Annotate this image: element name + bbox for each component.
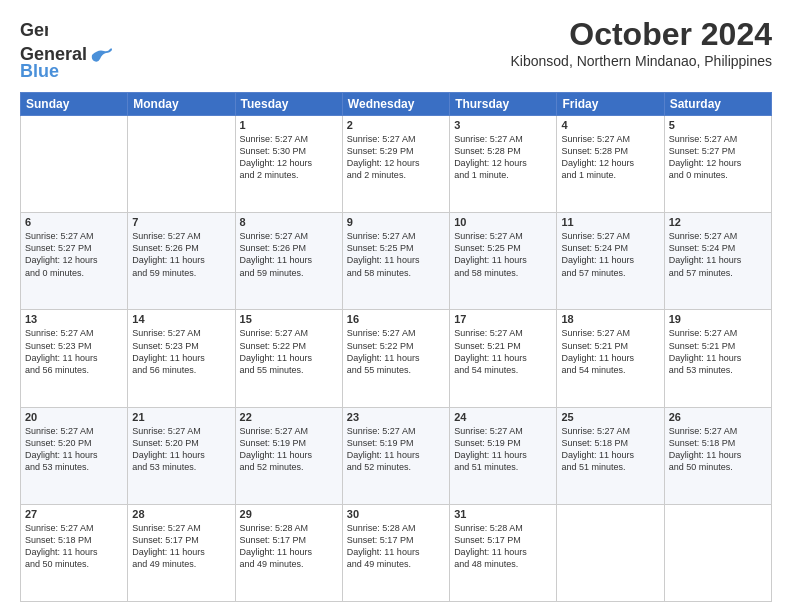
day-cell: 5Sunrise: 5:27 AM Sunset: 5:27 PM Daylig… <box>664 116 771 213</box>
day-info: Sunrise: 5:27 AM Sunset: 5:19 PM Dayligh… <box>240 425 338 474</box>
day-info: Sunrise: 5:27 AM Sunset: 5:21 PM Dayligh… <box>454 327 552 376</box>
day-cell: 11Sunrise: 5:27 AM Sunset: 5:24 PM Dayli… <box>557 213 664 310</box>
day-number: 27 <box>25 508 123 520</box>
day-cell: 4Sunrise: 5:27 AM Sunset: 5:28 PM Daylig… <box>557 116 664 213</box>
day-number: 7 <box>132 216 230 228</box>
day-cell: 2Sunrise: 5:27 AM Sunset: 5:29 PM Daylig… <box>342 116 449 213</box>
day-cell: 3Sunrise: 5:27 AM Sunset: 5:28 PM Daylig… <box>450 116 557 213</box>
day-cell <box>21 116 128 213</box>
day-number: 5 <box>669 119 767 131</box>
day-cell: 20Sunrise: 5:27 AM Sunset: 5:20 PM Dayli… <box>21 407 128 504</box>
day-number: 3 <box>454 119 552 131</box>
week-row-2: 6Sunrise: 5:27 AM Sunset: 5:27 PM Daylig… <box>21 213 772 310</box>
location: Kibonsod, Northern Mindanao, Philippines <box>511 53 773 69</box>
day-info: Sunrise: 5:27 AM Sunset: 5:24 PM Dayligh… <box>561 230 659 279</box>
day-cell: 12Sunrise: 5:27 AM Sunset: 5:24 PM Dayli… <box>664 213 771 310</box>
day-number: 22 <box>240 411 338 423</box>
day-cell: 15Sunrise: 5:27 AM Sunset: 5:22 PM Dayli… <box>235 310 342 407</box>
day-number: 1 <box>240 119 338 131</box>
bird-icon <box>90 47 112 63</box>
day-cell <box>557 504 664 601</box>
day-info: Sunrise: 5:27 AM Sunset: 5:25 PM Dayligh… <box>347 230 445 279</box>
day-number: 21 <box>132 411 230 423</box>
day-number: 30 <box>347 508 445 520</box>
day-cell: 30Sunrise: 5:28 AM Sunset: 5:17 PM Dayli… <box>342 504 449 601</box>
calendar-table: SundayMondayTuesdayWednesdayThursdayFrid… <box>20 92 772 602</box>
day-info: Sunrise: 5:28 AM Sunset: 5:17 PM Dayligh… <box>454 522 552 571</box>
week-row-3: 13Sunrise: 5:27 AM Sunset: 5:23 PM Dayli… <box>21 310 772 407</box>
day-number: 29 <box>240 508 338 520</box>
day-info: Sunrise: 5:28 AM Sunset: 5:17 PM Dayligh… <box>347 522 445 571</box>
page: General General Blue October 2024 Kibons… <box>0 0 792 612</box>
day-info: Sunrise: 5:27 AM Sunset: 5:27 PM Dayligh… <box>669 133 767 182</box>
day-info: Sunrise: 5:27 AM Sunset: 5:29 PM Dayligh… <box>347 133 445 182</box>
logo: General General Blue <box>20 16 112 82</box>
day-cell: 21Sunrise: 5:27 AM Sunset: 5:20 PM Dayli… <box>128 407 235 504</box>
day-number: 11 <box>561 216 659 228</box>
day-info: Sunrise: 5:27 AM Sunset: 5:18 PM Dayligh… <box>669 425 767 474</box>
day-cell: 13Sunrise: 5:27 AM Sunset: 5:23 PM Dayli… <box>21 310 128 407</box>
month-title: October 2024 <box>511 16 773 53</box>
day-number: 9 <box>347 216 445 228</box>
day-cell: 28Sunrise: 5:27 AM Sunset: 5:17 PM Dayli… <box>128 504 235 601</box>
day-info: Sunrise: 5:27 AM Sunset: 5:18 PM Dayligh… <box>561 425 659 474</box>
header-cell-monday: Monday <box>128 93 235 116</box>
day-number: 8 <box>240 216 338 228</box>
header-cell-saturday: Saturday <box>664 93 771 116</box>
day-number: 14 <box>132 313 230 325</box>
day-cell: 19Sunrise: 5:27 AM Sunset: 5:21 PM Dayli… <box>664 310 771 407</box>
day-info: Sunrise: 5:27 AM Sunset: 5:26 PM Dayligh… <box>132 230 230 279</box>
day-info: Sunrise: 5:27 AM Sunset: 5:23 PM Dayligh… <box>25 327 123 376</box>
day-cell <box>128 116 235 213</box>
svg-text:General: General <box>20 20 48 40</box>
day-info: Sunrise: 5:27 AM Sunset: 5:30 PM Dayligh… <box>240 133 338 182</box>
day-number: 19 <box>669 313 767 325</box>
day-cell: 24Sunrise: 5:27 AM Sunset: 5:19 PM Dayli… <box>450 407 557 504</box>
header: General General Blue October 2024 Kibons… <box>20 16 772 82</box>
day-cell: 9Sunrise: 5:27 AM Sunset: 5:25 PM Daylig… <box>342 213 449 310</box>
logo-icon: General <box>20 16 48 44</box>
day-info: Sunrise: 5:27 AM Sunset: 5:23 PM Dayligh… <box>132 327 230 376</box>
day-info: Sunrise: 5:27 AM Sunset: 5:26 PM Dayligh… <box>240 230 338 279</box>
day-cell: 1Sunrise: 5:27 AM Sunset: 5:30 PM Daylig… <box>235 116 342 213</box>
day-number: 20 <box>25 411 123 423</box>
day-cell: 31Sunrise: 5:28 AM Sunset: 5:17 PM Dayli… <box>450 504 557 601</box>
day-cell: 29Sunrise: 5:28 AM Sunset: 5:17 PM Dayli… <box>235 504 342 601</box>
header-cell-tuesday: Tuesday <box>235 93 342 116</box>
title-area: October 2024 Kibonsod, Northern Mindanao… <box>511 16 773 69</box>
day-cell: 27Sunrise: 5:27 AM Sunset: 5:18 PM Dayli… <box>21 504 128 601</box>
day-cell: 10Sunrise: 5:27 AM Sunset: 5:25 PM Dayli… <box>450 213 557 310</box>
day-info: Sunrise: 5:27 AM Sunset: 5:22 PM Dayligh… <box>347 327 445 376</box>
header-cell-sunday: Sunday <box>21 93 128 116</box>
day-info: Sunrise: 5:27 AM Sunset: 5:17 PM Dayligh… <box>132 522 230 571</box>
day-number: 13 <box>25 313 123 325</box>
day-number: 18 <box>561 313 659 325</box>
header-cell-thursday: Thursday <box>450 93 557 116</box>
day-number: 31 <box>454 508 552 520</box>
day-number: 4 <box>561 119 659 131</box>
day-info: Sunrise: 5:27 AM Sunset: 5:21 PM Dayligh… <box>669 327 767 376</box>
day-cell: 16Sunrise: 5:27 AM Sunset: 5:22 PM Dayli… <box>342 310 449 407</box>
day-number: 17 <box>454 313 552 325</box>
day-info: Sunrise: 5:27 AM Sunset: 5:21 PM Dayligh… <box>561 327 659 376</box>
day-cell: 7Sunrise: 5:27 AM Sunset: 5:26 PM Daylig… <box>128 213 235 310</box>
day-info: Sunrise: 5:27 AM Sunset: 5:19 PM Dayligh… <box>347 425 445 474</box>
day-number: 6 <box>25 216 123 228</box>
day-cell: 25Sunrise: 5:27 AM Sunset: 5:18 PM Dayli… <box>557 407 664 504</box>
day-number: 26 <box>669 411 767 423</box>
day-info: Sunrise: 5:27 AM Sunset: 5:27 PM Dayligh… <box>25 230 123 279</box>
day-info: Sunrise: 5:27 AM Sunset: 5:20 PM Dayligh… <box>132 425 230 474</box>
day-number: 23 <box>347 411 445 423</box>
day-info: Sunrise: 5:28 AM Sunset: 5:17 PM Dayligh… <box>240 522 338 571</box>
header-cell-friday: Friday <box>557 93 664 116</box>
day-cell: 26Sunrise: 5:27 AM Sunset: 5:18 PM Dayli… <box>664 407 771 504</box>
logo-blue: Blue <box>20 61 59 82</box>
day-number: 24 <box>454 411 552 423</box>
day-cell: 8Sunrise: 5:27 AM Sunset: 5:26 PM Daylig… <box>235 213 342 310</box>
day-info: Sunrise: 5:27 AM Sunset: 5:24 PM Dayligh… <box>669 230 767 279</box>
day-cell: 22Sunrise: 5:27 AM Sunset: 5:19 PM Dayli… <box>235 407 342 504</box>
day-number: 25 <box>561 411 659 423</box>
header-cell-wednesday: Wednesday <box>342 93 449 116</box>
week-row-5: 27Sunrise: 5:27 AM Sunset: 5:18 PM Dayli… <box>21 504 772 601</box>
day-info: Sunrise: 5:27 AM Sunset: 5:28 PM Dayligh… <box>561 133 659 182</box>
